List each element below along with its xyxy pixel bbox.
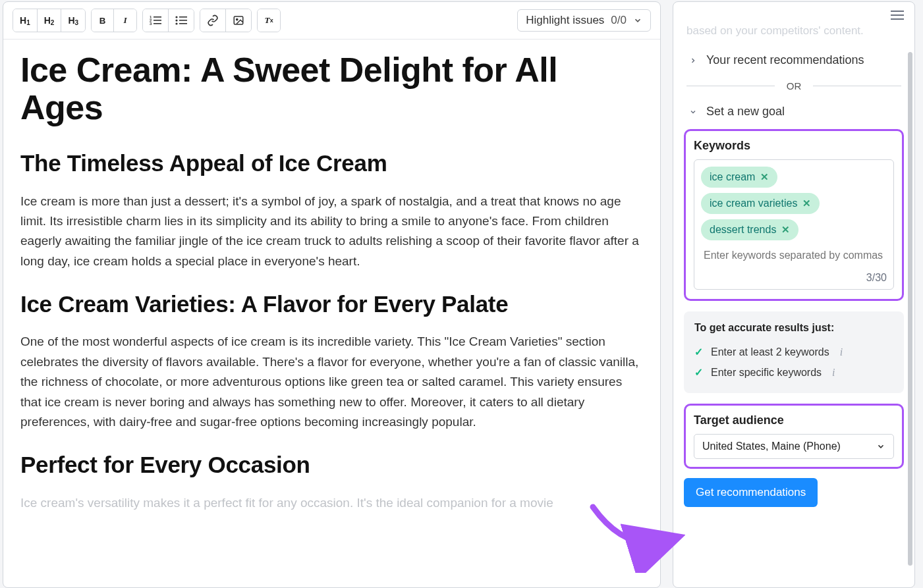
recommendations-sidebar: based on your competitors' content. Your…	[673, 1, 915, 588]
info-icon[interactable]: i	[837, 346, 843, 358]
doc-h2-1: The Timeless Appeal of Ice Cream	[20, 150, 643, 176]
svg-rect-16	[891, 18, 904, 20]
heading-group: H1 H2 H3	[13, 9, 86, 32]
get-recommendations-button[interactable]: Get recommendations	[684, 478, 818, 507]
keywords-panel: Keywords ice cream ✕ ice cream varieties…	[684, 129, 904, 301]
doc-title: Ice Cream: A Sweet Delight for All Ages	[20, 51, 643, 126]
image-button[interactable]	[226, 9, 251, 32]
keywords-counter: 3/30	[701, 268, 887, 284]
italic-button[interactable]: I	[114, 9, 136, 32]
fade-overlay	[3, 513, 660, 559]
svg-rect-15	[891, 14, 904, 16]
recent-recommendations-label: Your recent recommendations	[706, 53, 864, 67]
hamburger-icon	[891, 10, 904, 20]
highlight-issues-dropdown[interactable]: Highlight issues 0/0	[517, 9, 651, 32]
target-audience-panel: Target audience United States, Maine (Ph…	[684, 404, 904, 469]
link-button[interactable]	[200, 9, 226, 32]
h3-button[interactable]: H3	[61, 9, 85, 32]
document-content[interactable]: Ice Cream: A Sweet Delight for All Ages …	[3, 40, 660, 559]
info-item-label: Enter specific keywords	[711, 367, 822, 379]
bold-button[interactable]: B	[92, 9, 114, 32]
svg-rect-1	[154, 16, 161, 18]
recent-recommendations-row[interactable]: Your recent recommendations	[684, 47, 904, 74]
image-icon	[233, 14, 244, 26]
svg-rect-7	[179, 16, 187, 18]
keyword-chip: dessert trends ✕	[701, 219, 798, 240]
svg-rect-11	[179, 23, 187, 24]
svg-rect-3	[154, 20, 161, 21]
keywords-input[interactable]	[701, 246, 887, 263]
chevron-down-icon	[689, 108, 697, 116]
insert-group	[200, 9, 252, 32]
h2-button[interactable]: H2	[38, 9, 62, 32]
keywords-title: Keywords	[694, 139, 894, 153]
info-icon[interactable]: i	[829, 367, 835, 379]
highlight-count: 0/0	[611, 14, 627, 27]
remove-keyword-icon[interactable]: ✕	[781, 224, 790, 236]
keyword-chip-label: dessert trends	[710, 224, 776, 236]
ordered-list-icon: 1 2 3	[150, 15, 161, 26]
target-audience-title: Target audience	[694, 414, 894, 427]
faded-hint: based on your competitors' content.	[684, 24, 904, 47]
info-row: ✓ Enter at least 2 keywords i	[694, 342, 893, 362]
clear-group: Tx	[257, 9, 281, 32]
svg-text:3: 3	[150, 22, 152, 26]
doc-h2-3: Perfect for Every Occasion	[20, 452, 643, 478]
sidebar-scrollbar[interactable]	[908, 52, 912, 566]
svg-rect-9	[179, 20, 187, 21]
svg-point-6	[175, 16, 177, 18]
svg-point-8	[175, 19, 177, 21]
list-group: 1 2 3	[142, 9, 194, 32]
highlight-label: Highlight issues	[526, 14, 604, 27]
remove-keyword-icon[interactable]: ✕	[802, 198, 811, 209]
set-new-goal-row[interactable]: Set a new goal	[684, 98, 904, 125]
remove-keyword-icon[interactable]: ✕	[760, 171, 769, 183]
info-title: To get accurate results just:	[694, 322, 893, 334]
doc-p2: One of the most wonderful aspects of ice…	[20, 332, 643, 432]
or-label: OR	[787, 80, 802, 92]
format-group: B I	[91, 9, 137, 32]
chevron-down-icon	[876, 442, 885, 451]
check-icon: ✓	[694, 366, 703, 379]
doc-h2-2: Ice Cream Varieties: A Flavor for Every …	[20, 291, 643, 317]
target-audience-select[interactable]: United States, Maine (Phone)	[694, 434, 894, 459]
chevron-right-icon	[689, 57, 697, 65]
info-box: To get accurate results just: ✓ Enter at…	[684, 311, 904, 393]
doc-p1: Ice cream is more than just a dessert; i…	[20, 192, 643, 272]
editor-panel: H1 H2 H3 B I 1 2 3	[3, 1, 661, 588]
keywords-box[interactable]: ice cream ✕ ice cream varieties ✕ desser…	[694, 159, 894, 290]
svg-rect-5	[154, 23, 161, 24]
svg-point-13	[237, 18, 238, 20]
keyword-chip: ice cream ✕	[701, 167, 777, 188]
sidebar-menu-button[interactable]	[891, 10, 904, 20]
editor-toolbar: H1 H2 H3 B I 1 2 3	[3, 2, 660, 40]
clear-format-button[interactable]: Tx	[258, 9, 280, 32]
doc-p3: Ice cream's versatility makes it a perfe…	[20, 493, 643, 513]
keyword-chip: ice cream varieties ✕	[701, 193, 820, 214]
set-new-goal-label: Set a new goal	[706, 105, 785, 119]
keyword-chip-label: ice cream varieties	[710, 198, 797, 209]
check-icon: ✓	[694, 346, 703, 358]
info-item-label: Enter at least 2 keywords	[711, 346, 829, 358]
chevron-down-icon	[633, 16, 642, 25]
or-divider: OR	[684, 74, 904, 98]
ordered-list-button[interactable]: 1 2 3	[143, 9, 169, 32]
keyword-chip-label: ice cream	[710, 171, 755, 183]
target-audience-value: United States, Maine (Phone)	[702, 441, 841, 452]
unordered-list-icon	[175, 15, 187, 26]
svg-rect-14	[891, 11, 904, 12]
info-row: ✓ Enter specific keywords i	[694, 362, 893, 383]
unordered-list-button[interactable]	[169, 9, 194, 32]
h1-button[interactable]: H1	[13, 9, 38, 32]
link-icon	[207, 14, 219, 26]
svg-point-10	[175, 22, 177, 24]
